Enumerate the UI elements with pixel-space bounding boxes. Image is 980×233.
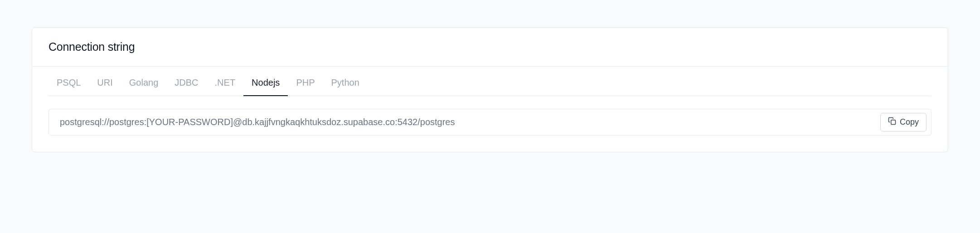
language-tabs: PSQL URI Golang JDBC .NET Nodejs PHP Pyt… <box>49 67 931 96</box>
card-header: Connection string <box>32 28 948 67</box>
tab-psql[interactable]: PSQL <box>49 67 89 96</box>
connection-string-value[interactable]: postgresql://postgres:[YOUR-PASSWORD]@db… <box>60 117 455 127</box>
copy-label: Copy <box>900 117 919 127</box>
tab-jdbc[interactable]: JDBC <box>166 67 206 96</box>
tab-python[interactable]: Python <box>323 67 368 96</box>
connection-string-row: postgresql://postgres:[YOUR-PASSWORD]@db… <box>49 109 931 136</box>
tab-dotnet[interactable]: .NET <box>207 67 244 96</box>
tab-golang[interactable]: Golang <box>121 67 167 96</box>
card-body: PSQL URI Golang JDBC .NET Nodejs PHP Pyt… <box>32 67 948 152</box>
tab-nodejs[interactable]: Nodejs <box>243 67 288 96</box>
copy-icon <box>888 117 896 127</box>
tab-php[interactable]: PHP <box>288 67 323 96</box>
copy-button[interactable]: Copy <box>880 113 927 131</box>
connection-card: Connection string PSQL URI Golang JDBC .… <box>32 27 948 152</box>
svg-rect-0 <box>891 120 896 125</box>
tab-uri[interactable]: URI <box>89 67 121 96</box>
section-title: Connection string <box>49 40 931 53</box>
